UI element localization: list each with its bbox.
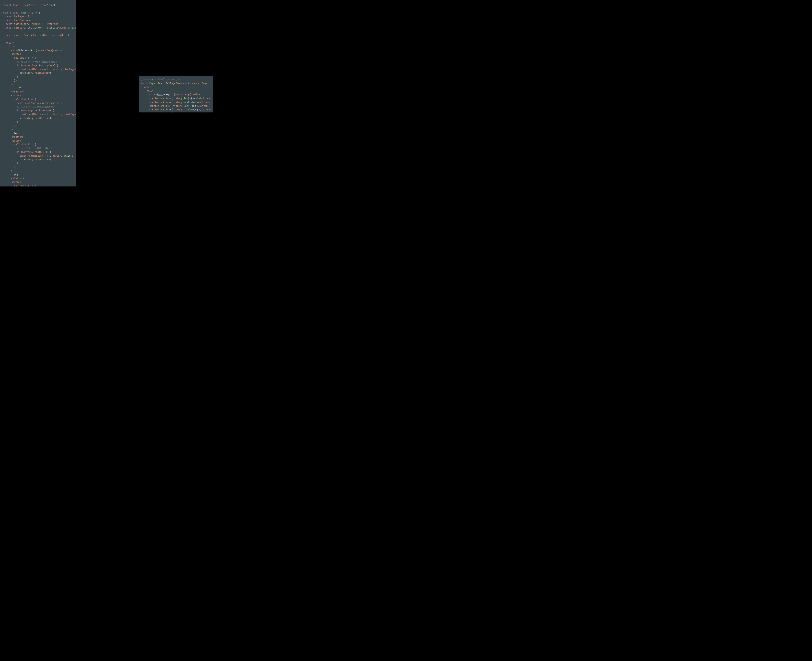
attr-onclick: onClick bbox=[14, 143, 24, 146]
punct: { bbox=[39, 11, 40, 14]
id-inithistory: initHistory bbox=[14, 22, 29, 25]
jsx-text-last: ラスト bbox=[192, 108, 199, 111]
id-nextpage: nextPage bbox=[25, 102, 36, 104]
punct: { bbox=[25, 98, 26, 101]
kw-const: const bbox=[6, 26, 13, 29]
spread: ... bbox=[48, 155, 53, 157]
punct: = bbox=[170, 97, 171, 100]
punct: () bbox=[26, 143, 29, 146]
id-history: history bbox=[173, 101, 182, 104]
punct: = bbox=[44, 26, 46, 29]
type-pageprops: PageProps bbox=[170, 82, 182, 85]
kw-import: import bbox=[3, 4, 11, 6]
punct: < bbox=[169, 82, 170, 85]
punct: < bbox=[11, 139, 13, 142]
punct: = bbox=[25, 15, 26, 18]
attr-onclick: onClick bbox=[160, 108, 170, 111]
punct: </ bbox=[198, 97, 200, 100]
kw-const: const bbox=[6, 19, 13, 21]
punct: { bbox=[35, 56, 36, 59]
tag-button: button bbox=[14, 136, 22, 138]
kw-const: const bbox=[141, 82, 148, 85]
punct: = bbox=[24, 143, 25, 146]
id-usestate: useState bbox=[25, 4, 36, 6]
punct: { bbox=[53, 109, 54, 112]
id-currentpage: currentPage bbox=[22, 64, 37, 67]
tag-button: button bbox=[151, 101, 159, 104]
punct: } bbox=[14, 166, 15, 168]
id-nexthistory: nextHistory bbox=[35, 72, 49, 74]
tag-div: div bbox=[148, 89, 152, 92]
punct: > bbox=[155, 93, 156, 96]
punct: > bbox=[22, 136, 24, 138]
attr-onclick: onClick bbox=[14, 56, 24, 59]
fn-sethistory: setHistory bbox=[19, 72, 33, 74]
punct: = bbox=[28, 11, 29, 14]
punct: } bbox=[37, 4, 39, 6]
id-history: history bbox=[210, 82, 213, 85]
comment: // トップページより前には戻れない bbox=[17, 147, 55, 150]
code-block-right: // Presentationalコンポーネント const Page: Rea… bbox=[141, 78, 211, 112]
punct: </ bbox=[196, 101, 199, 104]
punct: } bbox=[15, 79, 17, 82]
punct: = bbox=[24, 185, 25, 187]
code-block-left: import React, { useState } from "react";… bbox=[3, 3, 73, 187]
punct: . bbox=[182, 112, 184, 112]
punct: = bbox=[30, 34, 32, 37]
arrow: => bbox=[30, 98, 33, 101]
punct: , bbox=[62, 113, 64, 116]
tag-button: button bbox=[199, 101, 207, 104]
punct: < bbox=[149, 101, 151, 104]
punct: . bbox=[164, 82, 166, 85]
id-history: history bbox=[15, 26, 25, 29]
kw-const: const bbox=[19, 155, 26, 157]
punct: { bbox=[35, 185, 36, 187]
punct: </ bbox=[11, 136, 14, 138]
punct: { bbox=[57, 64, 58, 67]
tag-button: button bbox=[13, 139, 21, 142]
comment: // 現在トップページの場合は移動しない bbox=[17, 60, 60, 63]
tag-button: button bbox=[200, 97, 209, 100]
punct: = bbox=[170, 101, 171, 104]
punct: > bbox=[22, 177, 24, 180]
punct: { bbox=[25, 185, 26, 187]
jsx-text-currentpage: 現在のページ： bbox=[18, 49, 34, 52]
type-number: number bbox=[32, 22, 40, 25]
punct: > bbox=[17, 49, 18, 52]
punct: < bbox=[11, 181, 13, 184]
jsx-text-currentpage: 現在のページ： bbox=[156, 93, 172, 96]
punct: > bbox=[22, 90, 24, 93]
punct: . bbox=[182, 108, 184, 111]
id-length: length bbox=[33, 151, 41, 153]
punct: [ bbox=[47, 22, 48, 25]
num-4: 4 bbox=[29, 19, 30, 21]
punct: ( bbox=[153, 86, 155, 88]
spread: ... bbox=[48, 113, 53, 116]
punct: () bbox=[26, 56, 29, 59]
punct: < bbox=[149, 112, 151, 112]
punct: { bbox=[189, 82, 191, 85]
id-nexthistory: nextHistory bbox=[28, 113, 43, 116]
type-fc: FC bbox=[166, 82, 169, 85]
fn-reset: Reset bbox=[184, 112, 191, 112]
type-number: number bbox=[59, 26, 67, 29]
tag-button: button bbox=[199, 105, 207, 107]
punct: ( bbox=[188, 82, 189, 85]
id-toppage: topPage bbox=[14, 15, 24, 18]
punct: () bbox=[26, 185, 29, 187]
punct: </ bbox=[199, 108, 201, 111]
id-page: Page bbox=[149, 82, 155, 85]
fn-sethistory: setHistory bbox=[19, 117, 33, 120]
punct: > bbox=[14, 45, 15, 48]
id-nextpage: nextPage bbox=[65, 113, 76, 116]
punct: [ bbox=[43, 34, 44, 37]
id-history: history bbox=[53, 68, 62, 70]
stage: import React, { useState } from "react";… bbox=[0, 0, 244, 187]
punct: = bbox=[44, 22, 46, 25]
punct: > bbox=[60, 49, 62, 52]
id-currentpage: currentPage bbox=[192, 82, 207, 85]
num-0: 0 bbox=[72, 155, 73, 157]
op-gt: > bbox=[43, 151, 44, 153]
tag-div: div bbox=[10, 45, 14, 48]
kw-const: const bbox=[6, 34, 13, 37]
